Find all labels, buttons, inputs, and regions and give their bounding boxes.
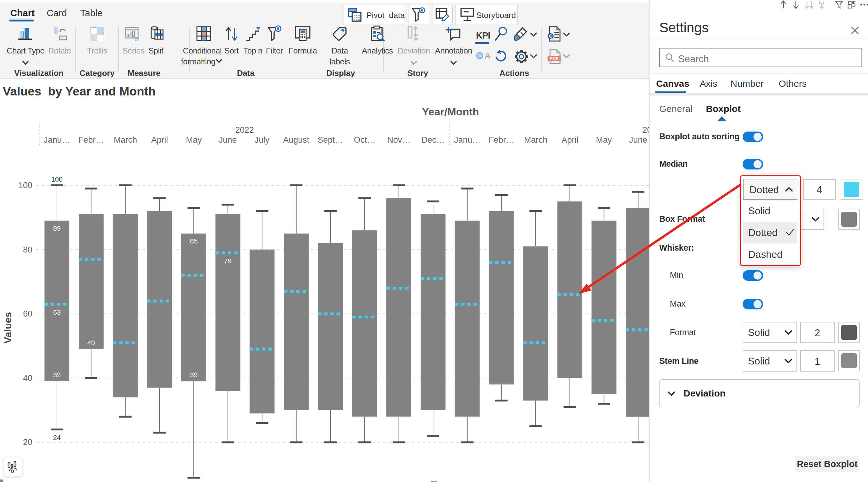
svg-text:Nov…: Nov… [387,135,410,144]
svg-text:85: 85 [190,237,197,245]
svg-text:100: 100 [18,181,32,190]
svg-text:June: June [629,135,647,144]
svg-text:PDF: PDF [550,56,558,61]
svg-text:Oct…: Oct… [354,135,375,144]
svg-text:April: April [562,135,578,144]
svg-text:20: 20 [23,438,32,447]
svg-text:July: July [254,135,270,144]
svg-text:Values: Values [2,312,13,343]
svg-text:89: 89 [53,225,61,232]
svg-text:40: 40 [23,374,32,383]
svg-text:A: A [485,51,490,60]
svg-text:March: March [114,135,137,144]
svg-text:Febr…: Febr… [79,135,104,144]
svg-text:80: 80 [23,245,32,254]
svg-text:Dec…: Dec… [421,135,444,144]
svg-text:60: 60 [23,309,32,318]
svg-text:39: 39 [53,371,61,379]
svg-text:79: 79 [224,257,231,265]
svg-text:June: June [219,135,237,144]
svg-text:63: 63 [53,309,61,316]
svg-text:May: May [186,135,202,144]
svg-text:2022: 2022 [235,125,254,135]
svg-text:Janu…: Janu… [43,135,70,144]
svg-text:39: 39 [190,371,197,379]
svg-text:August: August [283,135,310,144]
svg-text:100: 100 [51,175,63,183]
svg-text:May: May [596,135,612,144]
svg-text:Values by Year and Month: Values by Year and Month [3,85,156,98]
svg-text:March: March [524,135,547,144]
svg-text:Janu…: Janu… [454,135,480,144]
svg-text:Sept…: Sept… [318,135,343,144]
svg-text:Febr…: Febr… [489,135,515,144]
svg-text:Year/Month: Year/Month [422,106,479,118]
svg-text:24: 24 [53,434,61,442]
svg-text:April: April [151,135,168,144]
svg-text:49: 49 [87,339,95,347]
